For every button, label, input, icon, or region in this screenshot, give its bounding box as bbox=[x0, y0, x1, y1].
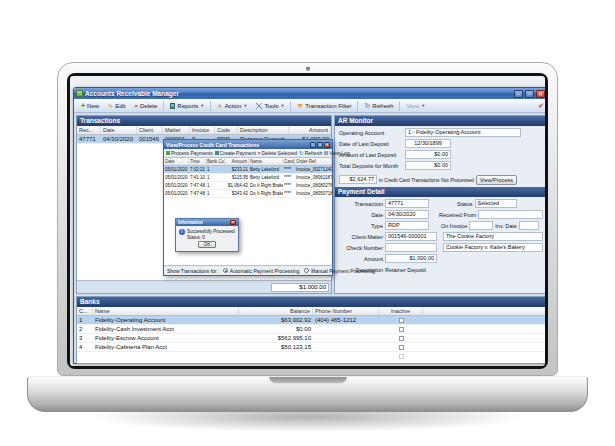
cell-filler bbox=[423, 316, 545, 324]
bank-row[interactable]: 1 Fidelity-Operating Account $63,002.92 … bbox=[77, 316, 545, 325]
inactive-checkbox[interactable] bbox=[399, 345, 404, 350]
col-header-balance[interactable]: Balance bbox=[239, 307, 313, 315]
col-header-amount[interactable]: Amount bbox=[289, 126, 331, 134]
col-header-time[interactable]: Time bbox=[189, 158, 206, 165]
bank-row[interactable]: 4 Fidelity-Cafeteria Plan Acct $50,123.1… bbox=[77, 343, 545, 352]
app-titlebar[interactable]: Accounts Receivable Manager – ▫ ✕ bbox=[74, 88, 545, 99]
dialog-close-button[interactable]: ✕ bbox=[324, 142, 330, 148]
col-header-bank-code[interactable]: Bank Code bbox=[206, 158, 225, 165]
cell-bank-code: 1 bbox=[206, 166, 225, 173]
col-header-invoice[interactable]: Invoice bbox=[190, 126, 215, 134]
cell-bank-name bbox=[93, 352, 239, 360]
message-box-close-button[interactable]: ✕ bbox=[230, 220, 236, 225]
transaction-filter-button[interactable]: Transaction Filter bbox=[293, 101, 355, 111]
dialog-maximize-button[interactable]: ▫ bbox=[317, 142, 323, 148]
inactive-checkbox[interactable] bbox=[399, 336, 404, 341]
refresh-button[interactable]: ↻Refresh bbox=[360, 101, 397, 111]
bank-row[interactable]: 2 Fidelity-Cash Investment Acct $0.00 bbox=[77, 325, 545, 334]
col-header-description[interactable]: Description bbox=[238, 126, 289, 134]
cell-bank-code: 1 bbox=[206, 190, 225, 197]
dialog-minimize-button[interactable]: – bbox=[310, 142, 316, 148]
client-matter-field[interactable]: 001546-000001 bbox=[385, 232, 437, 241]
bank-row-clipped[interactable] bbox=[77, 352, 545, 361]
process-payments-button[interactable]: Process Payments bbox=[166, 150, 213, 156]
col-header-inactive[interactable]: Inactive bbox=[379, 307, 423, 315]
view-process-button[interactable]: View/Process bbox=[476, 175, 517, 185]
create-payment-button[interactable]: Create Payment bbox=[215, 150, 256, 156]
col-header-bank-code[interactable]: C... bbox=[77, 307, 93, 315]
cc-row[interactable]: 05/01/2020 7:02:21 1 $233.21 Betty Lakef… bbox=[164, 166, 332, 174]
on-invoice-field[interactable] bbox=[469, 221, 493, 230]
ok-button[interactable]: OK bbox=[198, 241, 216, 248]
view-log-button[interactable]: View Log bbox=[324, 150, 349, 156]
edit-button[interactable]: ✎Edit bbox=[104, 100, 129, 111]
matter-description-field[interactable]: Cookie Factory v. Katie's Bakery bbox=[443, 243, 543, 252]
message-box-titlebar[interactable]: Information ✕ bbox=[176, 219, 238, 226]
tools-menu-button[interactable]: Tools▼ bbox=[252, 101, 288, 111]
transaction-field[interactable]: 47771 bbox=[385, 199, 429, 208]
bank-row[interactable]: 3 Fidelity-Escrow Account $562,995.10 bbox=[77, 334, 545, 343]
inactive-checkbox[interactable] bbox=[399, 327, 404, 332]
col-header-date[interactable]: Date bbox=[101, 126, 137, 134]
cell-amount: $233.21 bbox=[225, 166, 249, 173]
view-menu-button[interactable]: View▼ bbox=[402, 101, 429, 111]
reports-menu-button[interactable]: Reports▼ bbox=[166, 101, 208, 111]
maximize-button[interactable]: ▫ bbox=[525, 90, 534, 98]
col-header-order-ref[interactable]: Order Ref bbox=[295, 158, 332, 165]
last-deposit-date-field[interactable]: 12/30/1899 bbox=[405, 139, 451, 148]
type-field[interactable]: RDP bbox=[385, 221, 429, 230]
inactive-checkbox[interactable] bbox=[399, 354, 404, 359]
webcam bbox=[306, 67, 310, 71]
col-header-date[interactable]: Date bbox=[164, 158, 189, 165]
toolbar-separator bbox=[290, 101, 291, 111]
delete-selected-button[interactable]: ×Delete Selected bbox=[258, 150, 297, 156]
cc-row[interactable]: 05/01/2020 7:41:10 1 $115.95 Betty Lakef… bbox=[164, 174, 332, 182]
cell-order-ref: Invoice_08080276 bbox=[295, 182, 332, 189]
report-icon bbox=[170, 103, 175, 109]
minimize-button[interactable]: – bbox=[514, 90, 523, 98]
description-value: Retainer Deposit bbox=[385, 267, 426, 273]
pd-row-client-matter: Client-Matter 001546-000001 The Cookie F… bbox=[339, 232, 543, 241]
col-header-rec[interactable]: Rec... bbox=[77, 126, 101, 134]
cell-phone bbox=[313, 343, 379, 351]
manual-processing-radio[interactable]: Manual Payment Processing bbox=[304, 268, 375, 274]
inv-date-label: Inv. Date bbox=[495, 223, 517, 229]
close-button[interactable]: ✕ bbox=[536, 90, 545, 98]
col-header-code[interactable]: Code bbox=[215, 126, 238, 134]
status-check-icon: ✔ bbox=[538, 102, 544, 110]
received-from-field[interactable] bbox=[478, 210, 543, 219]
cc-row[interactable]: 05/01/2020 7:47:48 1 $343.42 Do It Right… bbox=[164, 190, 332, 198]
action-menu-button[interactable]: ★Action▼ bbox=[213, 100, 251, 111]
client-matter-name-field[interactable]: The Cookie Factory bbox=[443, 232, 543, 241]
last-deposit-amount-field[interactable]: $0.00 bbox=[405, 150, 451, 159]
operating-account-field[interactable]: 1 - Fidelity-Operating Account bbox=[405, 128, 521, 137]
col-header-name[interactable]: Name bbox=[249, 158, 283, 165]
star-icon: ★ bbox=[217, 102, 222, 109]
cell-phone bbox=[313, 352, 379, 360]
radio-icon bbox=[304, 268, 309, 273]
delete-button[interactable]: ×Delete bbox=[130, 101, 161, 111]
col-header-phone[interactable]: Phone Number bbox=[313, 307, 379, 315]
col-header-amount[interactable]: Amount bbox=[225, 158, 249, 165]
pd-row-transaction: Transaction 47771 Status Selected bbox=[339, 199, 543, 208]
check-number-field[interactable] bbox=[385, 243, 437, 252]
date-field[interactable]: 04/30/2020 bbox=[385, 210, 429, 219]
client-matter-label: Client-Matter bbox=[339, 234, 385, 240]
amount-field[interactable]: $1,000.00 bbox=[385, 254, 437, 263]
dialog-refresh-button[interactable]: ↻Refresh bbox=[299, 150, 322, 156]
status-field[interactable]: Selected bbox=[475, 199, 517, 208]
automatic-processing-radio[interactable]: Automatic Payment Processing bbox=[223, 268, 299, 274]
cell-date: 04/30/2020 bbox=[101, 135, 137, 143]
cc-row[interactable]: 05/01/2020 7:47:48 1 $1,064.42 Do It Rig… bbox=[164, 182, 332, 190]
month-deposits-field[interactable]: $0.00 bbox=[405, 161, 451, 170]
inactive-checkbox[interactable] bbox=[399, 318, 404, 323]
col-header-client[interactable]: Client bbox=[137, 126, 163, 134]
cell-date: 05/01/2020 bbox=[164, 190, 189, 197]
new-button[interactable]: +New bbox=[77, 100, 103, 111]
col-header-bank-name[interactable]: Name bbox=[93, 307, 239, 315]
inv-date-field[interactable] bbox=[519, 221, 539, 230]
cc-dialog-titlebar[interactable]: View/Process Credit Card Transactions – … bbox=[164, 140, 332, 149]
col-header-card[interactable]: Card # bbox=[283, 158, 295, 165]
col-header-matter[interactable]: Matter bbox=[163, 126, 190, 134]
laptop-base-notch bbox=[269, 377, 347, 384]
